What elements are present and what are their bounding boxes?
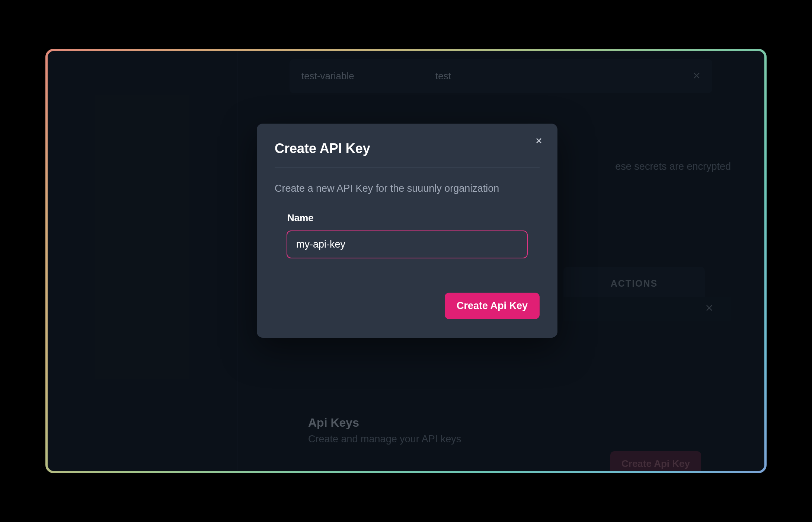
window-frame: test-variable test ese secrets are encry… (45, 49, 767, 473)
divider (275, 168, 540, 168)
modal-description: Create a new API Key for the suuunly org… (275, 183, 540, 194)
app-window: test-variable test ese secrets are encry… (48, 51, 764, 471)
close-icon[interactable] (533, 135, 545, 148)
modal-title: Create API Key (275, 141, 540, 156)
name-field-label: Name (287, 212, 540, 224)
api-key-name-input[interactable] (287, 230, 528, 258)
create-api-key-button[interactable]: Create Api Key (445, 293, 540, 319)
modal-footer: Create Api Key (275, 293, 540, 319)
create-api-key-modal: Create API Key Create a new API Key for … (257, 124, 557, 338)
